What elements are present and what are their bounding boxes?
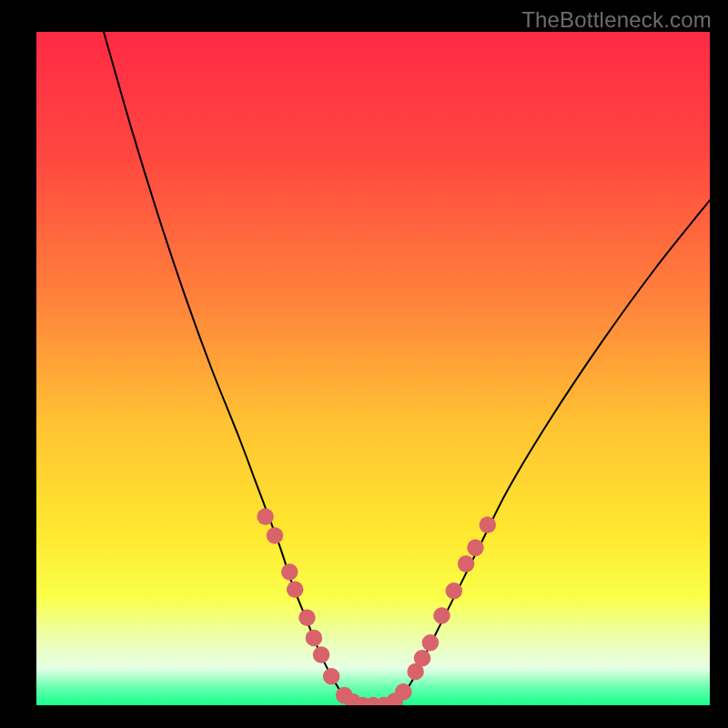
curve-marker <box>458 555 475 572</box>
curve-marker <box>267 527 284 544</box>
chart-svg <box>36 32 710 705</box>
curve-marker <box>306 630 323 647</box>
plot-area <box>36 32 710 705</box>
curve-markers <box>257 509 496 705</box>
chart-frame: TheBottleneck.com <box>0 0 728 728</box>
curve-marker <box>433 607 450 624</box>
curve-marker <box>313 646 330 663</box>
curve-marker <box>422 634 440 652</box>
curve-marker <box>414 650 431 667</box>
bottleneck-curve <box>104 32 710 705</box>
watermark-text: TheBottleneck.com <box>521 7 712 33</box>
curve-marker <box>287 581 304 598</box>
curve-marker <box>298 610 316 627</box>
curve-marker <box>467 540 484 557</box>
curve-marker <box>257 509 274 526</box>
curve-marker <box>480 516 497 533</box>
curve-marker <box>446 582 463 600</box>
curve-marker <box>395 683 412 701</box>
curve-marker <box>323 668 340 685</box>
curve-marker <box>281 563 298 581</box>
